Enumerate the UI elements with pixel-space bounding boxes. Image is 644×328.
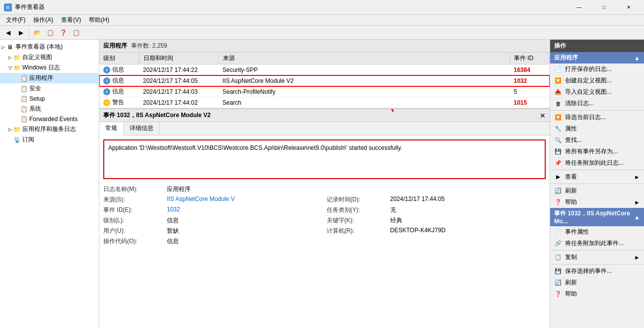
cell-level: i信息 xyxy=(99,65,139,75)
col-source[interactable]: 来源 xyxy=(218,53,510,65)
action-label-0-1: 创建自定义视图... xyxy=(565,76,612,85)
action-label-0-11: 帮助 xyxy=(565,198,577,206)
action-item-0-3[interactable]: 🗑清除日志... xyxy=(550,98,644,109)
event-table-container[interactable]: 级别 日期和时间 来源 事件 ID i信息2024/12/17 17:44:22… xyxy=(99,53,550,109)
action-item-0-2[interactable]: 📥导入自定义视图... xyxy=(550,86,644,98)
log-name-label: 日志名称(M): xyxy=(103,185,163,194)
table-row[interactable]: !警告2024/12/17 17:44:02Search1015 xyxy=(99,97,550,108)
tree-item-root[interactable]: ▷🖥事件查看器 (本地) xyxy=(0,42,99,52)
tree-item-security[interactable]: 📋安全 xyxy=(0,83,99,94)
tree-item-setup[interactable]: 📋Setup xyxy=(0,94,99,104)
tree-item-appsvc[interactable]: ▷📁应用程序和服务日志 xyxy=(0,124,99,134)
source-label: 来源(S): xyxy=(103,196,163,204)
back-button[interactable]: ◀ xyxy=(2,27,14,38)
action-item-1-5[interactable]: ❓帮助 xyxy=(550,288,644,300)
table-row[interactable]: i信息2024/12/17 17:44:22Security-SPP16384 xyxy=(99,65,550,75)
action-sep-0-9 xyxy=(550,184,644,184)
table-row[interactable]: i信息2024/12/17 17:44:03Search-ProfileNoti… xyxy=(99,86,550,97)
tree-icon-winlog: 📁 xyxy=(13,64,21,72)
action-item-0-9[interactable]: ▶查看► xyxy=(550,171,644,183)
record-time-label: 记录时间(D): xyxy=(327,196,386,204)
action-item-0-8[interactable]: 📌将任务附加到此日志... xyxy=(550,157,644,169)
action-label-0-0: 打开保存的日志... xyxy=(565,65,612,73)
action-sep-1-1 xyxy=(550,250,644,251)
tree-label-setup: Setup xyxy=(29,95,45,102)
action-item-0-0[interactable]: 📄打开保存的日志... xyxy=(550,64,644,75)
tree-item-subscribe[interactable]: 📡订阅 xyxy=(0,134,99,145)
forward-button[interactable]: ▶ xyxy=(15,27,27,38)
detail-close-button[interactable]: ✕ xyxy=(540,112,546,120)
action-item-0-1[interactable]: 🔽创建自定义视图... xyxy=(550,75,644,86)
action-item-1-1[interactable]: 🔗将任务附加到此事件... xyxy=(550,238,644,249)
cell-level: i信息 xyxy=(99,75,139,86)
user-label: 用户(U): xyxy=(103,227,163,235)
action-icon-0-8: 📌 xyxy=(554,159,562,167)
action-item-0-7[interactable]: 💾将所有事件另存为... xyxy=(550,146,644,157)
col-eventid[interactable]: 事件 ID xyxy=(510,53,550,65)
tree-arrow-appsvc: ▷ xyxy=(7,127,13,132)
tree-icon-appsvc: 📁 xyxy=(13,126,21,133)
evlist-title: 应用程序 xyxy=(103,42,127,50)
info-icon: i xyxy=(103,77,110,84)
tree-label-app: 应用程序 xyxy=(29,74,53,82)
window-buttons: — □ ✕ xyxy=(568,2,640,12)
tree-item-custom[interactable]: ▷📁自定义视图 xyxy=(0,52,99,63)
action-arrow-0-11: ► xyxy=(634,199,640,206)
action-item-1-4[interactable]: 🔄刷新 xyxy=(550,277,644,288)
computer-label: 计算机(R): xyxy=(327,227,386,235)
action-section-header-1[interactable]: 事件 1032，IIS AspNetCore Mo...▲ xyxy=(550,208,644,226)
tree-item-forwarded[interactable]: 📋Forwarded Events xyxy=(0,114,99,124)
action-item-0-5[interactable]: 🔧属性 xyxy=(550,123,644,134)
action-label-1-3: 保存选择的事件... xyxy=(565,267,612,275)
cell-eventid: 1032 xyxy=(510,75,550,86)
action-label-0-6: 查找... xyxy=(565,136,582,144)
tree-icon-subscribe: 📡 xyxy=(13,136,21,144)
title-group: ⊞ 事件查看器 xyxy=(4,3,45,11)
action-item-1-0[interactable]: 📄事件属性 xyxy=(550,226,644,238)
action-item-1-3[interactable]: 💾保存选择的事件... xyxy=(550,265,644,277)
action-icon-1-5: ❓ xyxy=(554,290,562,298)
main-layout: ▷🖥事件查看器 (本地)▷📁自定义视图▽📁Windows 日志📋应用程序📋安全📋… xyxy=(0,40,644,328)
opcode-label: 操作代码(O): xyxy=(103,237,163,246)
action-item-1-2[interactable]: 📋复制► xyxy=(550,252,644,263)
tab-details[interactable]: 详细信息 xyxy=(124,122,160,135)
new-view-button[interactable]: 📋 xyxy=(44,27,56,38)
eventid-label: 事件 ID(E): xyxy=(103,206,163,214)
menu-item-查看(V)[interactable]: 查看(V) xyxy=(57,15,85,25)
properties-button[interactable]: 📋 xyxy=(70,27,82,38)
action-item-0-6[interactable]: 🔍查找... xyxy=(550,134,644,146)
col-level[interactable]: 级别 xyxy=(99,53,139,65)
action-label-0-8: 将任务附加到此日志... xyxy=(565,159,624,167)
tree-item-app[interactable]: 📋应用程序 xyxy=(0,73,99,83)
action-icon-0-0: 📄 xyxy=(554,66,562,73)
menu-item-文件(F)[interactable]: 文件(F) xyxy=(2,15,29,25)
maximize-button[interactable]: □ xyxy=(592,2,615,12)
toolbar: ◀ ▶ 📂 📋 ❓ 📋 xyxy=(0,26,644,40)
computer-value: DESKTOP-K4KJ79D xyxy=(390,227,546,235)
tree-item-system[interactable]: 📋系统 xyxy=(0,104,99,114)
menu-item-帮助(H)[interactable]: 帮助(H) xyxy=(85,15,113,25)
action-section-header-0[interactable]: 应用程序▲ xyxy=(550,52,644,64)
tree-icon-root: 🖥 xyxy=(6,43,14,51)
col-datetime[interactable]: 日期和时间 xyxy=(139,53,218,65)
tree-item-winlog[interactable]: ▽📁Windows 日志 xyxy=(0,63,99,73)
tree-arrow-root: ▷ xyxy=(0,45,6,50)
action-item-0-10[interactable]: 🔄刷新 xyxy=(550,185,644,197)
tree-label-system: 系统 xyxy=(29,105,41,113)
help-toolbar-button[interactable]: ❓ xyxy=(57,27,69,38)
right-actions-panel: 操作 应用程序▲📄打开保存的日志...🔽创建自定义视图...📥导入自定义视图..… xyxy=(550,40,644,328)
tab-general[interactable]: 常规 xyxy=(99,122,124,135)
tree-arrow-winlog: ▽ xyxy=(7,66,13,70)
close-button[interactable]: ✕ xyxy=(617,2,640,12)
minimize-button[interactable]: — xyxy=(568,2,590,12)
task-label: 任务类别(Y): xyxy=(327,206,386,214)
table-row[interactable]: i信息2024/12/17 17:44:05IIS AspNetCore Mod… xyxy=(99,75,550,86)
open-log-button[interactable]: 📂 xyxy=(31,27,43,38)
menu-item-操作(A)[interactable]: 操作(A) xyxy=(29,15,57,25)
action-item-0-4[interactable]: 🔽筛选当前日志... xyxy=(550,112,644,123)
user-value: 暂缺 xyxy=(167,227,323,235)
action-item-0-11[interactable]: ❓帮助► xyxy=(550,197,644,208)
task-value: 无 xyxy=(390,206,546,214)
action-icon-0-3: 🗑 xyxy=(554,100,562,108)
detail-titlebar: 事件 1032，IIS AspNetCore Module V2 ✕ xyxy=(99,109,550,122)
